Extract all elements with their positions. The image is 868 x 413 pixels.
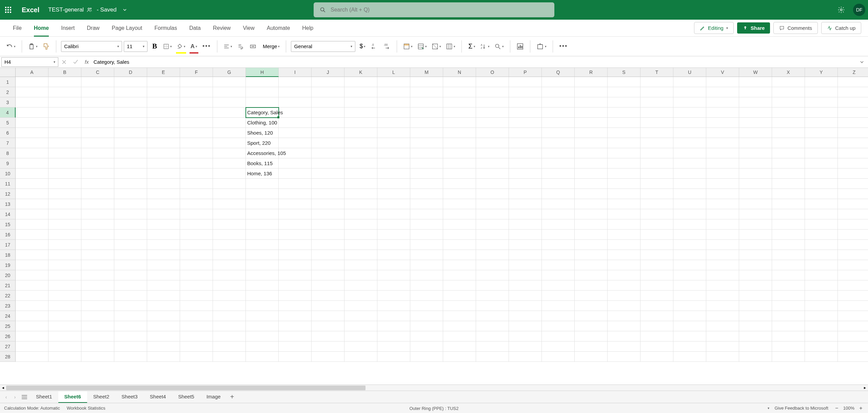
expand-formula-bar-icon[interactable] (860, 60, 868, 64)
cell[interactable] (805, 352, 838, 362)
cell[interactable] (377, 138, 410, 148)
cell[interactable] (81, 97, 114, 107)
row-header[interactable]: 3 (0, 97, 16, 107)
cell[interactable] (443, 311, 476, 321)
cell[interactable] (312, 250, 344, 260)
cell[interactable] (542, 158, 575, 169)
cell[interactable] (410, 250, 443, 260)
cell[interactable] (608, 107, 640, 118)
cell[interactable] (377, 128, 410, 138)
cell[interactable] (344, 301, 377, 311)
cell[interactable] (838, 352, 868, 362)
cell[interactable] (805, 260, 838, 270)
cell[interactable] (838, 240, 868, 250)
cell[interactable] (706, 341, 739, 352)
borders-button[interactable]: ▾ (162, 40, 173, 53)
cell[interactable] (114, 280, 147, 291)
cell[interactable] (147, 219, 180, 230)
cell[interactable] (48, 97, 81, 107)
cell[interactable] (739, 291, 772, 301)
cell[interactable] (410, 209, 443, 219)
cell[interactable] (81, 291, 114, 301)
cell[interactable] (16, 352, 48, 362)
cell[interactable] (608, 87, 640, 97)
catchup-button[interactable]: Catch up (821, 22, 861, 34)
cell[interactable] (838, 87, 868, 97)
cell[interactable] (312, 97, 344, 107)
cell[interactable] (114, 230, 147, 240)
cell[interactable] (114, 209, 147, 219)
cell[interactable] (213, 352, 246, 362)
cell[interactable] (838, 199, 868, 209)
cell[interactable] (805, 189, 838, 199)
row-header[interactable]: 16 (0, 230, 16, 240)
cell[interactable] (344, 240, 377, 250)
cell[interactable] (16, 97, 48, 107)
row-header[interactable]: 2 (0, 87, 16, 97)
cell[interactable] (476, 331, 509, 341)
column-header[interactable]: I (279, 68, 312, 77)
cell[interactable] (114, 352, 147, 362)
cell[interactable] (48, 169, 81, 179)
cell[interactable] (640, 270, 673, 280)
cell[interactable] (640, 352, 673, 362)
cell[interactable] (48, 138, 81, 148)
cell[interactable] (608, 321, 640, 331)
cell[interactable] (213, 189, 246, 199)
cell[interactable] (608, 179, 640, 189)
cell[interactable] (114, 107, 147, 118)
cell[interactable] (673, 250, 706, 260)
cell[interactable] (542, 199, 575, 209)
cell[interactable] (706, 311, 739, 321)
row-header[interactable]: 10 (0, 169, 16, 179)
cell[interactable] (81, 158, 114, 169)
cell[interactable] (16, 179, 48, 189)
cell[interactable] (739, 169, 772, 179)
cell[interactable] (279, 280, 312, 291)
cell[interactable] (147, 270, 180, 280)
cell[interactable] (16, 280, 48, 291)
cell[interactable] (739, 250, 772, 260)
cell[interactable] (312, 148, 344, 158)
ribbon-tab-review[interactable]: Review (207, 20, 237, 37)
column-header[interactable]: B (48, 68, 81, 77)
cell[interactable] (279, 169, 312, 179)
cell[interactable] (377, 179, 410, 189)
cell[interactable] (81, 169, 114, 179)
cell[interactable] (312, 77, 344, 87)
cell[interactable] (476, 311, 509, 321)
cell[interactable] (81, 270, 114, 280)
cell[interactable] (180, 209, 213, 219)
row-header[interactable]: 18 (0, 250, 16, 260)
sheet-tab-sheet6[interactable]: Sheet6 (58, 391, 87, 403)
cell[interactable] (81, 209, 114, 219)
cell[interactable] (180, 280, 213, 291)
cell[interactable] (279, 250, 312, 260)
cell[interactable] (81, 179, 114, 189)
cell[interactable] (344, 280, 377, 291)
cell[interactable] (838, 260, 868, 270)
cell[interactable] (48, 250, 81, 260)
cell[interactable] (410, 321, 443, 331)
cell[interactable] (509, 301, 542, 311)
cell[interactable] (16, 169, 48, 179)
cell[interactable] (772, 280, 805, 291)
cell[interactable] (542, 128, 575, 138)
cell[interactable] (673, 138, 706, 148)
column-header[interactable]: F (180, 68, 213, 77)
cell[interactable] (279, 240, 312, 250)
cell[interactable] (838, 270, 868, 280)
sensitivity-button[interactable]: ▾ (535, 40, 548, 53)
cell[interactable] (344, 179, 377, 189)
cell[interactable] (213, 280, 246, 291)
cell[interactable] (114, 148, 147, 158)
cell[interactable] (673, 97, 706, 107)
cell[interactable] (16, 250, 48, 260)
cell[interactable] (476, 321, 509, 331)
row-header[interactable]: 9 (0, 158, 16, 169)
cell[interactable] (838, 128, 868, 138)
cell[interactable] (575, 291, 608, 301)
cell[interactable] (575, 321, 608, 331)
cell[interactable] (180, 107, 213, 118)
cell[interactable] (640, 179, 673, 189)
